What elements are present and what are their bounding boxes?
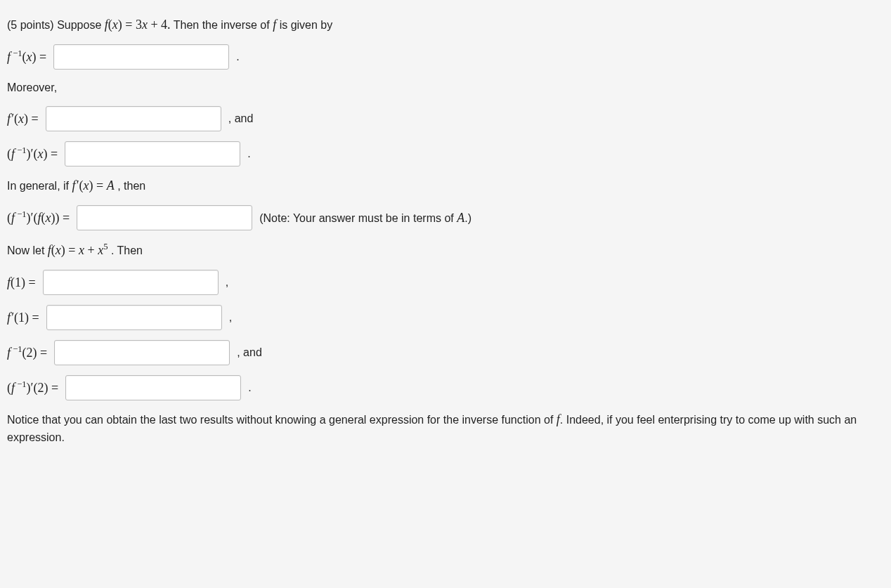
- nowlet-a: Now let: [7, 244, 48, 256]
- row-finvprime-x: (f −1)′(x) = .: [7, 141, 884, 166]
- label-finvprime-x: (f −1)′(x) =: [7, 144, 58, 164]
- intro-math: f(x) = 3x + 4.: [105, 18, 171, 32]
- period-3: .: [248, 379, 251, 396]
- period-1: .: [236, 48, 239, 65]
- row-fprime-x: f ′(x) = , and: [7, 106, 884, 131]
- intro-end: is given by: [280, 19, 333, 31]
- period-2: .: [247, 145, 250, 162]
- nowlet-paragraph: Now let f(x) = x + x5 . Then: [7, 240, 884, 260]
- ingeneral-a: In general, if: [7, 180, 72, 192]
- input-fprime1[interactable]: [46, 305, 222, 330]
- input-finvprime2[interactable]: [65, 375, 241, 400]
- comma-2: ,: [229, 309, 232, 326]
- ingeneral-paragraph: In general, if f ′(x) = A , then: [7, 176, 884, 195]
- input-fprime-x[interactable]: [46, 106, 221, 131]
- input-finvprime-x[interactable]: [65, 141, 240, 166]
- label-fprime1: f ′(1) =: [7, 308, 39, 327]
- row-finv2: f −1(2) = , and: [7, 340, 884, 365]
- label-fprime-x: f ′(x) =: [7, 110, 39, 129]
- moreover-text: Moreover,: [7, 79, 884, 96]
- note-text: (Note: Your answer must be in terms of A…: [259, 209, 471, 228]
- label-finv2: f −1(2) =: [7, 343, 47, 362]
- input-f1[interactable]: [43, 270, 219, 295]
- input-finv2[interactable]: [54, 340, 230, 365]
- ingeneral-math: f ′(x) = A: [72, 178, 115, 192]
- row-fprime1: f ′(1) = ,: [7, 305, 884, 330]
- label-finv-x: f −1(x) =: [7, 47, 46, 67]
- footer-a: Notice that you can obtain the last two …: [7, 414, 557, 426]
- input-finvprime-fx[interactable]: [77, 205, 252, 230]
- nowlet-b: . Then: [111, 244, 143, 256]
- and-1: , and: [228, 110, 254, 127]
- comma-1: ,: [226, 274, 228, 291]
- intro-trailing: Then the inverse of: [174, 19, 273, 31]
- and-2: , and: [237, 344, 262, 361]
- input-finv-x[interactable]: [53, 44, 229, 70]
- footer-paragraph: Notice that you can obtain the last two …: [7, 410, 884, 446]
- label-f1: f(1) =: [7, 273, 36, 292]
- row-f1: f(1) = ,: [7, 270, 884, 295]
- label-finvprime2: (f −1)′(2) =: [7, 378, 58, 398]
- nowlet-math: f(x) = x + x5: [48, 243, 108, 257]
- row-finvprime2: (f −1)′(2) = .: [7, 375, 884, 400]
- intro-paragraph: (5 points) Suppose f(x) = 3x + 4. Then t…: [7, 15, 884, 34]
- intro-f: f: [273, 18, 276, 32]
- row-finvprime-fx: (f −1)′(f(x)) = (Note: Your answer must …: [7, 205, 884, 230]
- row-finv-x: f −1(x) = .: [7, 44, 884, 70]
- points-text: (5 points) Suppose: [7, 19, 105, 31]
- ingeneral-b: , then: [117, 180, 145, 192]
- label-finvprime-fx: (f −1)′(f(x)) =: [7, 208, 70, 228]
